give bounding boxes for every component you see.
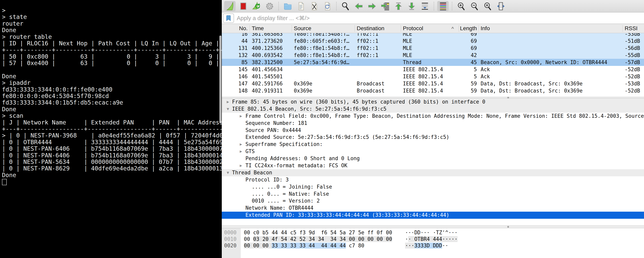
detail-row[interactable]: Pending Addresses: 0 Short and 0 Long (222, 155, 644, 162)
packet-cell-time: 402.919311 (250, 87, 292, 94)
detail-row[interactable]: ▶Frame 85: 45 bytes on wire (360 bits), … (222, 98, 644, 106)
packet-cell-len: 5 (459, 66, 478, 73)
display-filter-input[interactable]: Apply a display filter ... <⌘/> (237, 15, 310, 22)
detail-row[interactable]: .... ...0 = Joining: False (222, 184, 644, 190)
column-header-source[interactable]: Source (292, 24, 354, 33)
auto-scroll-icon[interactable] (419, 1, 430, 11)
packet-cell-info: Ack (478, 73, 622, 80)
packet-row[interactable]: 148402.9193110x369eBroadcastIEEE 802.15.… (222, 87, 644, 94)
detail-row[interactable]: Protocol ID: 3 (222, 176, 644, 184)
detail-text: Thread Beacon (232, 169, 272, 176)
column-header-destination[interactable]: Destination (354, 24, 401, 33)
detail-row[interactable]: ▶Superframe Specification: (222, 141, 644, 148)
hex-bytes-segment: c7 80 (346, 242, 364, 248)
detail-row[interactable]: ▶TI CC24xx-format metadata: FCS OK (222, 162, 644, 169)
hex-row[interactable]: 001000 03 20 4f 54 42 52 34 34 34 34 00 … (222, 236, 644, 242)
chevron-right-icon[interactable]: ▶ (238, 162, 244, 169)
terminal-output: >> staterouterDone> router table| ID | R… (0, 0, 222, 178)
detail-text: .... 0... = Native: False (252, 190, 329, 198)
chevron-right-icon[interactable]: ▶ (238, 113, 244, 120)
detail-row[interactable]: ▼Thread Beacon (222, 169, 644, 176)
close-file-icon[interactable] (308, 1, 320, 11)
column-header-rssi[interactable]: RSSI (622, 24, 644, 33)
zoom-in-icon[interactable] (456, 1, 467, 11)
hex-dump-pane[interactable]: 000000 c0 b5 44 44 c5 f3 9d f6 54 5a 27 … (222, 228, 644, 258)
packet-cell-proto: Thread (401, 59, 459, 66)
detail-row[interactable]: ▶GTS (222, 148, 644, 155)
packet-row[interactable]: 147402.5917660x369eBroadcastIEEE 802.15.… (222, 80, 644, 87)
stop-capture-icon[interactable] (237, 1, 249, 11)
chevron-down-icon[interactable]: ▼ (224, 106, 231, 113)
column-divider[interactable] (292, 25, 292, 32)
splitter-list-details[interactable] (222, 97, 644, 98)
colorize-icon[interactable] (437, 1, 449, 11)
packet-row[interactable]: 85382.3125005e:27:5a:54:f6:9d…Thread45Be… (222, 59, 644, 66)
column-divider[interactable] (401, 25, 401, 32)
first-packet-icon[interactable] (393, 1, 404, 11)
packet-row[interactable]: 131400.125366fe80::f8e1:54b8:f…ff02::1ML… (222, 44, 644, 52)
packet-row[interactable]: 16361.665863fe80::f8e1:54b8:f…ff02::1MLE… (222, 33, 644, 38)
hex-row[interactable]: 000000 c0 b5 44 44 c5 f3 9d f6 54 5a 27 … (222, 230, 644, 236)
reload-file-icon[interactable] (322, 1, 333, 11)
splitter-grip[interactable] (507, 226, 509, 228)
terminal-window[interactable]: >> staterouterDone> router table| ID | R… (0, 0, 222, 258)
detail-row[interactable]: Network Name: OTBR4444 (222, 204, 644, 212)
open-file-icon[interactable] (282, 1, 294, 11)
chevron-right-icon[interactable]: ▶ (238, 141, 244, 148)
packet-cell-rssi: -56dB (622, 44, 644, 52)
previous-packet-icon[interactable] (353, 1, 364, 11)
detail-text: Frame 85: 45 bytes on wire (360 bits), 4… (232, 98, 485, 106)
hex-row[interactable]: 002000 00 00 33 33 33 33 44 44 44 44 c7 … (222, 242, 644, 249)
packet-cell-info: Data, Dst: Broadcast, Src: 0x369e (478, 80, 622, 87)
column-header-info[interactable]: Info (478, 24, 622, 33)
column-divider[interactable] (622, 25, 623, 32)
packet-cell-dest: ff02::1 (354, 33, 401, 38)
resize-columns-icon[interactable] (495, 1, 506, 11)
find-packet-icon[interactable] (340, 1, 351, 11)
start-capture-icon[interactable] (224, 1, 236, 11)
detail-row[interactable]: .... 0... = Native: False (222, 190, 644, 198)
column-divider[interactable] (478, 25, 479, 32)
chevron-down-icon[interactable]: ▼ (224, 169, 231, 176)
hex-bytes: 00 00 00 33 33 33 33 44 44 44 44 c7 80 (244, 242, 364, 249)
packet-row[interactable]: 145401.456634IEEE 802.15.45Ack-52dB (222, 66, 644, 73)
chevron-right-icon[interactable]: ▶ (224, 98, 231, 106)
terminal-scrollbar[interactable] (220, 36, 222, 123)
packet-cell-source: 5e:27:5a:54:f6:9d… (292, 59, 354, 66)
detail-row[interactable]: ▶Frame Control Field: 0xc000, Frame Type… (222, 113, 644, 120)
restart-capture-icon[interactable] (250, 1, 262, 11)
capture-options-icon[interactable] (264, 1, 275, 11)
filter-bookmark-button[interactable] (223, 14, 234, 23)
column-header-time[interactable]: Time (250, 24, 292, 33)
splitter-details-hex[interactable] (222, 226, 644, 228)
column-divider[interactable] (354, 25, 355, 32)
packet-row[interactable]: 146401.545501IEEE 802.15.45Ack-52dB (222, 73, 644, 80)
save-file-icon[interactable] (295, 1, 306, 11)
packet-row[interactable]: 44371.273620fe80::605f:e603:f…ff02::1MLE… (222, 38, 644, 44)
zoom-out-icon[interactable] (468, 1, 480, 11)
packet-row[interactable]: 132400.693542fe80::f8e1:54b8:f…ff02::1ML… (222, 52, 644, 59)
column-header-no[interactable]: No. (222, 24, 250, 33)
column-divider[interactable] (459, 25, 459, 32)
packet-cell-rssi: -52dB (622, 73, 644, 80)
goto-packet-icon[interactable] (380, 1, 391, 11)
detail-row[interactable]: Extended PAN ID: 33:33:33:33:44:44:44:44… (222, 212, 644, 219)
last-packet-icon[interactable] (406, 1, 417, 11)
column-divider[interactable] (250, 25, 250, 32)
next-packet-icon[interactable] (366, 1, 378, 11)
packet-cell-dest: ff02::1 (354, 38, 401, 44)
hex-bytes-segment: 00 (244, 236, 253, 242)
detail-row[interactable]: Sequence Number: 181 (222, 120, 644, 127)
detail-row[interactable]: Extended Source: 5e:27:5a:54:f6:9d:f3:c5… (222, 134, 644, 141)
packet-cell-time: 361.665863 (250, 33, 292, 38)
packet-cell-len: 59 (459, 80, 478, 87)
detail-text: GTS (246, 148, 255, 155)
column-header-length[interactable]: Length (459, 24, 478, 33)
detail-row[interactable]: 0010 .... = Version: 2 (222, 198, 644, 204)
packet-cell-proto: IEEE 802.15.4 (401, 87, 459, 94)
toolbar-separator (434, 2, 434, 10)
detail-row[interactable]: ▼IEEE 802.15.4 Beacon, Src: 5e:27:5a:54:… (222, 106, 644, 113)
detail-row[interactable]: Source PAN: 0x4444 (222, 127, 644, 134)
zoom-100-icon[interactable] (482, 1, 493, 11)
chevron-right-icon[interactable]: ▶ (238, 148, 244, 155)
